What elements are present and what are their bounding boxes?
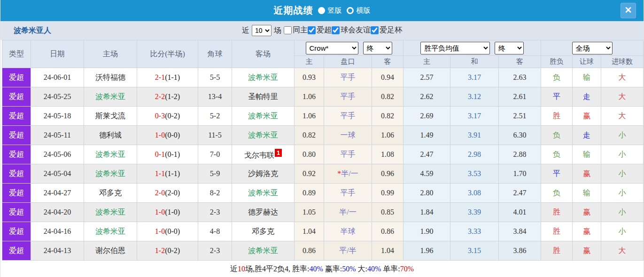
close-button[interactable]: ✕ <box>621 3 636 18</box>
scope-select[interactable]: 全场 <box>572 42 613 54</box>
home-team-name: 邓多克 <box>99 189 122 197</box>
sub-header-handicap-result: 让球 <box>573 56 601 68</box>
checkbox-input[interactable] <box>371 26 379 34</box>
asian-line-cell: *半/一 <box>324 164 372 184</box>
table-row: 爱超24-05-25波希米亚2-2(1-2)13-4圣帕特里1.06平手0.82… <box>2 87 644 107</box>
checkbox-label: 爱足杯 <box>380 25 402 35</box>
handicap-result-cell: 赢 <box>573 203 601 222</box>
outcome-cell: 负 <box>541 145 573 164</box>
layout-radio-vertical[interactable]: 竖版 <box>318 6 342 15</box>
filter-checkbox[interactable]: 球会友谊 <box>332 25 371 35</box>
checkbox-input[interactable] <box>332 26 340 34</box>
handicap-line: 平手 <box>341 150 356 158</box>
filter-checkboxes: 同主爱超球会友谊爱足杯 <box>284 25 402 36</box>
goals-cell: 大 <box>601 87 644 107</box>
away-team-cell: 戈尔韦联1 <box>232 145 295 164</box>
handicap-result-cell: 走 <box>573 87 601 107</box>
europe-draw-odds-cell: 3.91 <box>450 126 499 145</box>
home-team-name: 波希米亚 <box>95 227 125 235</box>
radio-unselected-icon <box>347 7 354 14</box>
asian-home-odds-cell: 0.92 <box>295 164 324 184</box>
score-cell: 1-2(0-2) <box>137 241 198 261</box>
layout-radio-horizontal[interactable]: 横版 <box>347 6 371 15</box>
fulltime-score: 2-0 <box>155 189 165 197</box>
home-team-name: 沃特福德 <box>95 73 125 81</box>
outcome-cell: 平 <box>541 87 573 107</box>
europe-home-odds-cell: 1.49 <box>403 126 450 145</box>
stats-segment: 近 <box>230 265 238 273</box>
europe-away-odds-cell: 2.61 <box>499 87 541 107</box>
checkbox-input[interactable] <box>308 26 316 34</box>
away-team-name: 波希米亚 <box>248 112 278 120</box>
europe-draw-odds-cell: 2.98 <box>450 145 499 164</box>
away-team-cell: 德罗赫达 <box>232 203 295 222</box>
bookmaker-select[interactable]: Crow* <box>306 42 358 54</box>
europe-home-odds-cell: 2.47 <box>403 145 450 164</box>
match-count-select[interactable]: 10 <box>252 25 272 36</box>
outcome-cell: 负 <box>541 126 573 145</box>
asian-away-odds-cell: 0.99 <box>372 184 403 203</box>
asian-line-cell: 一球 <box>324 126 372 145</box>
outcome-cell: 负 <box>541 184 573 203</box>
home-team-name: 波希米亚 <box>95 169 125 177</box>
league-cell: 爱超 <box>2 241 31 261</box>
home-team-cell: 沃特福德 <box>84 68 137 87</box>
asian-away-odds-cell: 0.82 <box>372 87 403 107</box>
score-cell: 1-0(0-0) <box>137 126 198 145</box>
home-team-cell: 德利城 <box>84 126 137 145</box>
away-team-cell: 波希米亚 <box>232 107 295 126</box>
handicap-line: 半/一 <box>339 208 356 216</box>
date-cell: 24-04-16 <box>31 222 84 241</box>
europe-draw-odds-cell: 3.08 <box>450 184 499 203</box>
corners-cell: 5-5 <box>198 68 232 87</box>
europe-home-odds-cell: 2.80 <box>403 184 450 203</box>
average-odds-select[interactable]: 胜平负均值 <box>420 42 490 54</box>
away-team-name: 戈尔韦联 <box>244 151 274 159</box>
corners-cell: 8-2 <box>198 184 232 203</box>
date-cell: 24-05-11 <box>31 126 84 145</box>
date-cell: 24-05-04 <box>31 164 84 184</box>
close-icon: ✕ <box>625 5 632 15</box>
league-cell: 爱超 <box>2 68 31 87</box>
asian-away-odds-cell: 1.08 <box>372 145 403 164</box>
goals-cell: 小 <box>601 145 644 164</box>
corners-cell: 5-9 <box>198 164 232 184</box>
corners-cell: 13-4 <box>198 87 232 107</box>
corners-cell: 2-3 <box>198 203 232 222</box>
halftime-score: (1-0) <box>165 208 180 216</box>
stats-segment: 40% <box>367 265 381 273</box>
corners-cell: 5-2 <box>198 107 232 126</box>
date-cell: 24-04-27 <box>31 184 84 203</box>
table-row: 爱超24-04-13谢尔伯恩1-2(0-2)2-3波希米亚0.86平/半1.04… <box>2 241 644 261</box>
checkbox-input[interactable] <box>284 26 292 34</box>
near-label: 近 <box>242 26 249 36</box>
filter-checkbox[interactable]: 爱足杯 <box>371 25 402 35</box>
away-team-cell: 波希米亚 <box>232 68 295 87</box>
filter-checkbox[interactable]: 爱超 <box>308 25 332 35</box>
halftime-score: (0-0) <box>165 227 180 235</box>
europe-home-odds-cell: 2.57 <box>403 68 450 87</box>
results-table: 类型 日期 主场 比分(半场) 角球 客场 Crow* 终 <box>2 40 644 261</box>
europe-away-odds-cell: 4.01 <box>499 203 541 222</box>
away-team-cell: 邓多克 <box>232 222 295 241</box>
europe-draw-odds-cell: 3.53 <box>450 164 499 184</box>
europe-home-odds-cell: 1.96 <box>403 241 450 261</box>
score-cell: 2-2(1-2) <box>137 87 198 107</box>
europe-away-odds-cell: 2.88 <box>499 145 541 164</box>
away-team-cell: 波希米亚 <box>232 241 295 261</box>
asian-home-odds-cell: 0.80 <box>295 145 324 164</box>
home-team-name: 谢尔伯恩 <box>95 246 125 254</box>
result-group-header: 全场 <box>541 40 644 56</box>
europe-period-select[interactable]: 终 <box>495 42 524 54</box>
filter-checkbox[interactable]: 同主 <box>284 25 308 35</box>
checkbox-label: 同主 <box>293 25 308 35</box>
filterbar: 波希米亚人 近 10 场 同主爱超球会友谊爱足杯 <box>0 21 644 40</box>
asian-away-odds-cell: 0.96 <box>372 164 403 184</box>
fulltime-score: 1-2 <box>155 246 165 254</box>
corners-cell: 11-5 <box>198 126 232 145</box>
home-team-name: 波希米亚 <box>95 92 125 100</box>
handicap-result-cell: 赢 <box>573 222 601 241</box>
asian-period-select[interactable]: 终 <box>363 42 392 54</box>
fulltime-score: 1-0 <box>155 227 165 235</box>
stats-segment: 赢率: <box>323 265 342 273</box>
